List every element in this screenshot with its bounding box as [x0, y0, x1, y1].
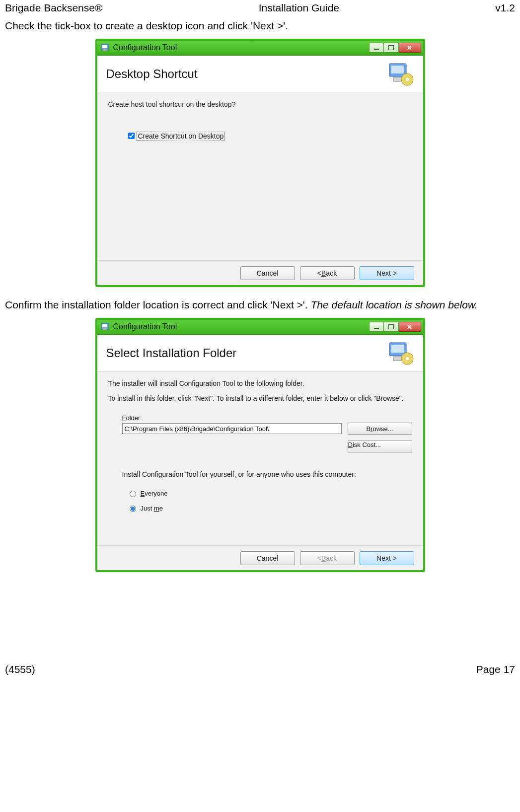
disk-cost-button[interactable]: Disk Cost...	[348, 441, 412, 452]
line1: The installer will install Configuration…	[108, 379, 412, 387]
cancel-button[interactable]: Cancel	[240, 266, 295, 280]
minimize-button[interactable]	[369, 322, 384, 332]
next-button[interactable]: Next >	[360, 551, 414, 565]
content-area: The installer will install Configuration…	[97, 371, 423, 545]
computer-disc-icon	[386, 62, 414, 86]
svg-rect-12	[391, 345, 404, 353]
create-shortcut-label[interactable]: Create Shortcut on Desktop	[137, 132, 225, 141]
app-icon	[100, 322, 109, 331]
window-title: Configuration Tool	[113, 322, 369, 331]
svg-rect-9	[102, 324, 107, 327]
maximize-button[interactable]	[384, 43, 399, 53]
svg-point-7	[406, 78, 409, 81]
doc-header-left: Brigade Backsense®	[5, 2, 102, 14]
radio-just-me[interactable]	[130, 506, 136, 512]
back-button[interactable]: < Back	[300, 266, 355, 280]
computer-disc-icon	[386, 341, 414, 366]
next-button[interactable]: Next >	[360, 266, 414, 280]
svg-rect-10	[103, 328, 107, 330]
window-controls: ✕	[369, 43, 421, 53]
banner: Select Installation Folder	[97, 335, 423, 371]
browse-button[interactable]: Browse...	[348, 423, 412, 435]
banner-title: Select Installation Folder	[106, 346, 237, 360]
create-shortcut-checkbox[interactable]	[128, 133, 135, 139]
line2: To install in this folder, click "Next".…	[108, 394, 412, 402]
instruction-2: Confirm the installation folder location…	[5, 299, 515, 311]
folder-input[interactable]	[122, 423, 342, 434]
close-button[interactable]: ✕	[399, 43, 421, 53]
folder-label: Folder:	[122, 414, 412, 422]
close-button[interactable]: ✕	[399, 322, 421, 332]
back-button[interactable]: < Back	[300, 551, 355, 565]
svg-rect-5	[393, 77, 402, 81]
svg-rect-1	[102, 45, 107, 48]
titlebar[interactable]: Configuration Tool ✕	[97, 320, 423, 335]
banner: Desktop Shortcut	[97, 56, 423, 92]
cancel-button[interactable]: Cancel	[240, 551, 295, 565]
svg-point-15	[406, 357, 409, 360]
dialog-desktop-shortcut: Configuration Tool ✕ Desktop Shortcut	[95, 39, 425, 287]
doc-footer-right: Page 17	[476, 664, 515, 675]
window-controls: ✕	[369, 322, 421, 332]
app-icon	[100, 43, 109, 52]
window-title: Configuration Tool	[113, 43, 369, 52]
banner-title: Desktop Shortcut	[106, 67, 198, 81]
radio-everyone[interactable]	[130, 491, 136, 497]
doc-footer: (4555) Page 17	[5, 584, 515, 680]
svg-rect-13	[393, 357, 402, 361]
doc-header-right: v1.2	[495, 2, 515, 14]
dialog-footer: Cancel < Back Next >	[97, 260, 423, 285]
titlebar[interactable]: Configuration Tool ✕	[97, 41, 423, 56]
minimize-button[interactable]	[369, 43, 384, 53]
content-area: Create host tool shortcur on the desktop…	[97, 92, 423, 260]
dialog-select-folder: Configuration Tool ✕ Select Installation…	[95, 318, 425, 572]
doc-footer-left: (4555)	[5, 664, 35, 675]
maximize-button[interactable]	[384, 322, 399, 332]
doc-header-center: Installation Guide	[259, 2, 339, 14]
radio-just-me-label[interactable]: Just me	[141, 505, 163, 512]
scope-prompt: Install Configuration Tool for yourself,…	[122, 470, 412, 478]
radio-everyone-label[interactable]: Everyone	[141, 490, 168, 497]
dialog-footer: Cancel < Back Next >	[97, 545, 423, 570]
svg-rect-4	[391, 66, 404, 74]
doc-header: Brigade Backsense® Installation Guide v1…	[5, 0, 515, 17]
instruction-1: Check the tick-box to create a desktop i…	[5, 20, 515, 32]
svg-rect-2	[103, 49, 107, 51]
prompt-text: Create host tool shortcur on the desktop…	[108, 100, 412, 108]
